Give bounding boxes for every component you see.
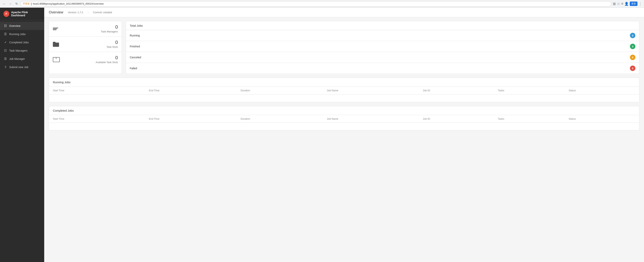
canceled-status-row: Canceled 0 <box>126 52 639 63</box>
more-icon[interactable]: ⋮ <box>638 2 642 6</box>
running-status-row: Running 0 <box>126 30 639 41</box>
sidebar-item-label: Completed Jobs <box>9 41 29 44</box>
main-content: Overview Version: 1.7.2 | Commit: ceba8a… <box>44 8 644 262</box>
app-container: F Apache Flink Dashboard ☷ Overview ☰ Ru… <box>0 8 644 262</box>
task-slots-label: Task Slots <box>60 45 118 48</box>
top-header: Overview Version: 1.7.2 | Commit: ceba8a… <box>44 8 644 17</box>
task-slots-stat: 0 Task Slots <box>49 37 122 52</box>
sidebar-item-completed-jobs[interactable]: ✓ Completed Jobs <box>0 38 44 46</box>
task-managers-value: 0 <box>60 25 118 29</box>
folder-outline-graphic <box>53 57 59 62</box>
sidebar-item-task-managers[interactable]: ☷ Task Managers <box>0 46 44 55</box>
available-slots-info: 0 Available Task Slots <box>60 55 118 64</box>
completed-jobs-icon: ✓ <box>4 40 7 44</box>
back-button[interactable]: ← <box>2 1 6 6</box>
col-job-id: Job ID <box>419 115 494 123</box>
running-jobs-table: Start Time End Time Duration Job Name Jo… <box>49 87 639 102</box>
failed-status-label: Failed <box>130 67 630 70</box>
profile-icon[interactable]: 👤 <box>624 2 628 6</box>
available-slots-stat: 0 Available Task Slots <box>49 52 122 67</box>
col-tasks: Tasks <box>494 115 565 123</box>
task-managers-label: Task Managers <box>60 30 118 33</box>
forward-button[interactable]: → <box>8 1 13 6</box>
overview-icon: ☷ <box>4 24 7 28</box>
canceled-status-badge: 0 <box>630 55 635 60</box>
task-slots-icon <box>53 42 60 47</box>
running-jobs-icon: ☰ <box>4 32 7 36</box>
task-managers-icon: ☷ <box>4 49 7 52</box>
url-text: host1:8088/proxy/application_16114683969… <box>33 2 104 5</box>
sidebar-item-running-jobs[interactable]: ☰ Running Jobs <box>0 30 44 38</box>
col-job-id: Job ID <box>419 87 494 94</box>
canceled-status-label: Canceled <box>130 56 630 59</box>
menu-icon[interactable]: ≡ <box>621 2 623 6</box>
col-duration: Duration <box>237 87 323 94</box>
sidebar-item-overview[interactable]: ☷ Overview <box>0 22 44 30</box>
stats-cards: 0 Task Managers 0 Task Slots <box>49 21 122 74</box>
sidebar-item-label: Task Managers <box>9 49 28 52</box>
sidebar-logo: F Apache Flink Dashboard <box>0 8 44 20</box>
col-start-time: Start Time <box>49 115 145 123</box>
taskmanagers-graphic <box>53 28 60 30</box>
empty-row <box>49 123 639 130</box>
version-info: Version: 1.7.2 <box>68 11 83 14</box>
sidebar-item-job-manager[interactable]: ☰ Job Manager <box>0 55 44 63</box>
completed-jobs-table: Start Time End Time Duration Job Name Jo… <box>49 115 639 131</box>
address-bar[interactable]: 不安全 | host1:8088/proxy/application_16114… <box>20 1 611 6</box>
security-warning: 不安全 <box>23 2 30 5</box>
col-status: Status <box>565 87 639 94</box>
folder-filled-graphic <box>53 42 59 47</box>
task-managers-info: 0 Task Managers <box>60 25 118 33</box>
col-end-time: End Time <box>145 115 237 123</box>
update-button[interactable]: 更新 <box>630 1 638 6</box>
col-end-time: End Time <box>145 87 237 94</box>
translate-icon[interactable]: ⊞ <box>613 2 616 6</box>
col-job-name: Job Name <box>323 87 419 94</box>
available-slots-value: 0 <box>60 55 118 60</box>
col-status: Status <box>565 115 639 123</box>
empty-row <box>49 94 639 102</box>
sidebar-nav: ☷ Overview ☰ Running Jobs ✓ Completed Jo… <box>0 20 44 73</box>
sidebar-item-submit-job[interactable]: ⇧ Submit new Job <box>0 63 44 71</box>
col-duration: Duration <box>237 115 323 123</box>
sidebar: F Apache Flink Dashboard ☷ Overview ☰ Ru… <box>0 8 44 262</box>
content-area: 0 Task Managers 0 Task Slots <box>44 17 644 138</box>
browser-actions: ⊞ ☆ ≡ 👤 更新 ⋮ <box>613 1 642 6</box>
completed-jobs-section: Completed Jobs Start Time End Time Durat… <box>49 106 640 131</box>
submit-job-icon: ⇧ <box>4 65 7 69</box>
running-jobs-header-row: Start Time End Time Duration Job Name Jo… <box>49 87 639 94</box>
sidebar-item-label: Running Jobs <box>9 33 26 36</box>
bookmark-icon[interactable]: ☆ <box>617 2 620 6</box>
stats-and-jobs: 0 Task Managers 0 Task Slots <box>49 21 640 74</box>
commit-info: Commit: ceba8af <box>93 11 112 14</box>
sidebar-item-label: Overview <box>9 24 20 27</box>
reload-button[interactable]: ↻ <box>14 1 19 6</box>
job-manager-icon: ☰ <box>4 57 7 61</box>
failed-status-row: Failed 0 <box>126 63 639 74</box>
task-managers-icon <box>53 28 60 30</box>
running-status-label: Running <box>130 34 630 37</box>
header-separator: | <box>88 11 88 14</box>
running-status-badge: 0 <box>630 33 635 38</box>
completed-jobs-body <box>49 123 639 130</box>
total-jobs-title: Total Jobs <box>126 21 639 30</box>
completed-jobs-title: Completed Jobs <box>49 106 639 115</box>
sidebar-item-label: Job Manager <box>9 57 25 60</box>
page-title: Overview <box>49 10 63 14</box>
task-slots-info: 0 Task Slots <box>60 40 118 48</box>
running-jobs-section: Running Jobs Start Time End Time Duratio… <box>49 78 640 102</box>
running-jobs-title: Running Jobs <box>49 78 639 87</box>
finished-status-row: Finished 0 <box>126 41 639 52</box>
running-jobs-body <box>49 94 639 102</box>
completed-jobs-header-row: Start Time End Time Duration Job Name Jo… <box>49 115 639 123</box>
separator: | <box>31 2 32 5</box>
col-job-name: Job Name <box>323 115 419 123</box>
sidebar-item-label: Submit new Job <box>9 66 28 69</box>
available-slots-icon <box>53 57 60 62</box>
task-slots-value: 0 <box>60 40 118 45</box>
col-tasks: Tasks <box>494 87 565 94</box>
browser-chrome: ← → ↻ 不安全 | host1:8088/proxy/application… <box>0 0 644 8</box>
logo-icon: F <box>4 11 9 17</box>
total-jobs-panel: Total Jobs Running 0 Finished 0 Canceled… <box>126 21 640 74</box>
col-start-time: Start Time <box>49 87 145 94</box>
